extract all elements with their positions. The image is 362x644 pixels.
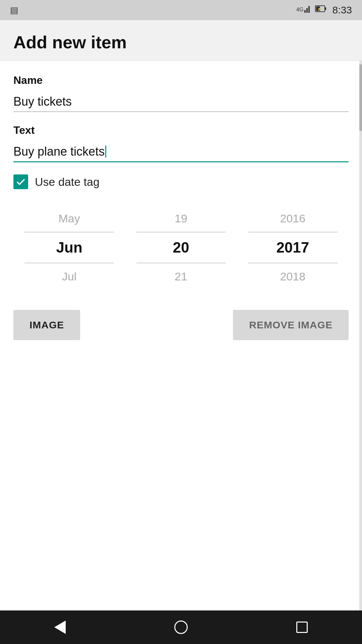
page-header: Add new item [0,20,362,61]
home-icon [174,621,188,634]
signal-icon: 4G [296,4,310,16]
day-next[interactable]: 21 [125,263,237,290]
home-button[interactable] [174,621,188,634]
page-title: Add new item [13,32,349,52]
text-label: Text [13,124,349,137]
svg-rect-1 [304,10,306,13]
year-selected[interactable]: 2017 [237,232,349,263]
year-prev[interactable]: 2016 [237,205,349,232]
svg-text:4G: 4G [296,7,303,12]
svg-rect-3 [308,6,310,13]
battery-icon: ⚡ [315,4,327,16]
month-next[interactable]: Jul [13,263,125,290]
month-selected[interactable]: Jun [13,232,125,263]
month-prev[interactable]: May [13,205,125,232]
text-input-value: Buy plane tickets [13,145,105,159]
date-picker[interactable]: May Jun Jul 19 20 21 2016 2017 2018 [13,205,349,290]
svg-rect-5 [325,7,326,10]
year-column[interactable]: 2016 2017 2018 [237,205,349,290]
status-bar: ▤ 4G ⚡ 8:33 [0,0,362,20]
svg-text:⚡: ⚡ [317,7,322,11]
back-button[interactable] [54,621,66,634]
use-date-tag-label: Use date tag [35,175,100,189]
nav-bar [0,610,362,644]
back-icon [54,621,66,634]
name-label: Name [13,74,349,87]
scroll-track[interactable] [359,61,362,610]
svg-rect-2 [306,8,308,13]
scroll-thumb[interactable] [359,64,362,131]
day-selected[interactable]: 20 [125,232,237,263]
main-content: Name Text Buy plane tickets Use date tag… [0,61,362,610]
recent-icon [296,622,308,633]
notification-icon: ▤ [10,5,18,15]
remove-image-button[interactable]: REMOVE IMAGE [233,310,349,340]
name-input[interactable] [13,92,349,112]
month-column[interactable]: May Jun Jul [13,205,125,290]
button-row: IMAGE REMOVE IMAGE [13,310,349,340]
image-button[interactable]: IMAGE [13,310,80,340]
use-date-tag-row[interactable]: Use date tag [13,174,349,189]
day-column[interactable]: 19 20 21 [125,205,237,290]
year-next[interactable]: 2018 [237,263,349,290]
status-time: 8:33 [333,4,352,16]
text-cursor [105,146,106,158]
day-prev[interactable]: 19 [125,205,237,232]
recent-button[interactable] [296,622,308,633]
use-date-tag-checkbox[interactable] [13,174,28,189]
